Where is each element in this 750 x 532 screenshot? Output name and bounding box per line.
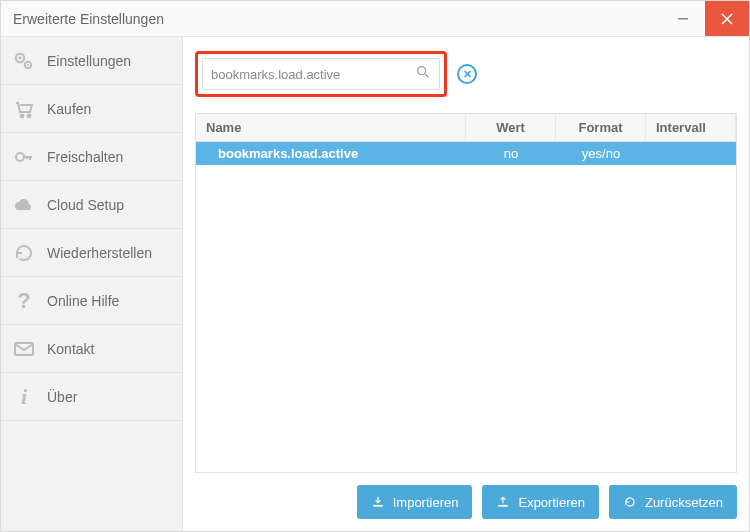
cell-intervall	[646, 142, 736, 165]
svg-point-6	[28, 114, 31, 117]
sidebar-item-einstellungen[interactable]: Einstellungen	[1, 37, 182, 85]
sidebar-item-label: Cloud Setup	[47, 197, 124, 213]
svg-point-7	[16, 153, 24, 161]
import-button[interactable]: Importieren	[357, 485, 473, 519]
svg-point-9	[418, 67, 426, 75]
th-wert[interactable]: Wert	[466, 114, 556, 141]
sidebar-item-label: Kaufen	[47, 101, 91, 117]
sidebar-item-cloud-setup[interactable]: Cloud Setup	[1, 181, 182, 229]
search-field-wrapper	[202, 58, 440, 90]
svg-point-5	[21, 114, 24, 117]
clear-search-button[interactable]: ✕	[457, 64, 477, 84]
th-intervall[interactable]: Intervall	[646, 114, 736, 141]
envelope-icon	[11, 336, 37, 362]
sidebar-item-label: Über	[47, 389, 77, 405]
sidebar-item-label: Einstellungen	[47, 53, 131, 69]
import-icon	[371, 495, 385, 509]
sidebar-item-kontakt[interactable]: Kontakt	[1, 325, 182, 373]
table-body: bookmarks.load.active no yes/no	[196, 142, 736, 472]
question-icon: ?	[11, 288, 37, 314]
sidebar-item-label: Online Hilfe	[47, 293, 119, 309]
cell-format: yes/no	[556, 142, 646, 165]
svg-point-4	[27, 63, 29, 65]
button-label: Zurücksetzen	[645, 495, 723, 510]
close-button[interactable]	[705, 1, 749, 36]
key-icon	[11, 144, 37, 170]
export-icon	[496, 495, 510, 509]
sidebar-item-label: Wiederherstellen	[47, 245, 152, 261]
button-label: Exportieren	[518, 495, 584, 510]
search-highlight	[195, 51, 447, 97]
x-icon: ✕	[463, 68, 472, 81]
info-icon: i	[11, 384, 37, 410]
minimize-button[interactable]	[661, 1, 705, 36]
minimize-icon	[677, 13, 689, 25]
reset-button[interactable]: Zurücksetzen	[609, 485, 737, 519]
settings-table: Name Wert Format Intervall bookmarks.loa…	[195, 113, 737, 473]
export-button[interactable]: Exportieren	[482, 485, 598, 519]
sidebar-item-freischalten[interactable]: Freischalten	[1, 133, 182, 181]
svg-point-2	[19, 56, 22, 59]
th-name[interactable]: Name	[196, 114, 466, 141]
search-row: ✕	[195, 51, 737, 97]
table-row[interactable]: bookmarks.load.active no yes/no	[196, 142, 736, 165]
close-icon	[721, 13, 733, 25]
restore-icon	[11, 240, 37, 266]
sidebar-item-wiederherstellen[interactable]: Wiederherstellen	[1, 229, 182, 277]
table-header: Name Wert Format Intervall	[196, 114, 736, 142]
cart-icon	[11, 96, 37, 122]
sidebar-item-online-hilfe[interactable]: ? Online Hilfe	[1, 277, 182, 325]
button-row: Importieren Exportieren Zurücksetzen	[195, 473, 737, 519]
reset-icon	[623, 495, 637, 509]
sidebar-item-label: Freischalten	[47, 149, 123, 165]
cell-wert: no	[466, 142, 556, 165]
main-panel: ✕ Name Wert Format Intervall bookmarks.l…	[183, 37, 749, 531]
window-controls	[661, 1, 749, 36]
search-icon[interactable]	[415, 64, 431, 84]
sidebar: Einstellungen Kaufen Freischalten Cloud …	[1, 37, 183, 531]
cell-name: bookmarks.load.active	[196, 142, 466, 165]
th-format[interactable]: Format	[556, 114, 646, 141]
svg-rect-0	[678, 18, 688, 20]
titlebar: Erweiterte Einstellungen	[1, 1, 749, 37]
window-title: Erweiterte Einstellungen	[13, 11, 661, 27]
button-label: Importieren	[393, 495, 459, 510]
search-input[interactable]	[211, 67, 415, 82]
gears-icon	[11, 48, 37, 74]
cloud-icon	[11, 192, 37, 218]
sidebar-item-kaufen[interactable]: Kaufen	[1, 85, 182, 133]
sidebar-item-ueber[interactable]: i Über	[1, 373, 182, 421]
sidebar-item-label: Kontakt	[47, 341, 94, 357]
